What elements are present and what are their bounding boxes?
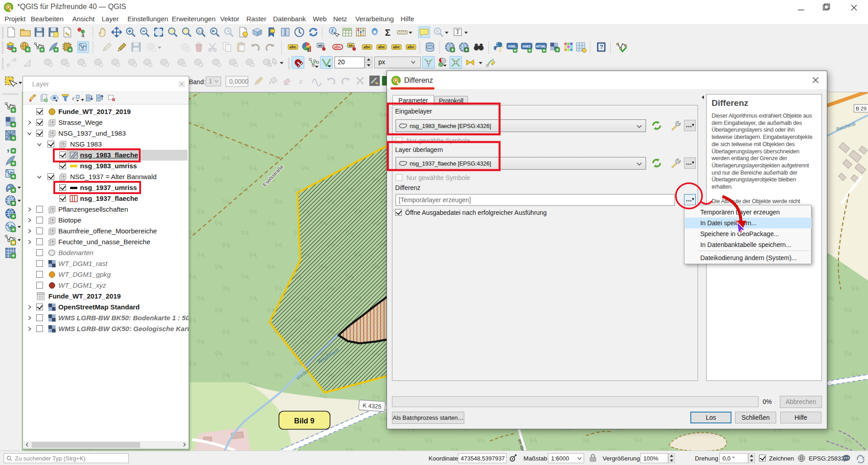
svg-text:HTML: HTML <box>536 44 547 48</box>
svg-text:KML: KML <box>508 44 516 48</box>
svg-text:abc: abc <box>378 45 385 49</box>
svg-text:B 29: B 29 <box>856 106 867 111</box>
svg-text:abc: abc <box>407 45 415 49</box>
svg-text:T: T <box>456 28 460 35</box>
svg-text:1:1: 1:1 <box>198 29 203 33</box>
svg-text:ab: ab <box>349 43 353 47</box>
svg-text:ε: ε <box>299 76 302 85</box>
svg-text:K 4325: K 4325 <box>363 402 382 410</box>
svg-text:Bild 9: Bild 9 <box>294 417 315 425</box>
svg-text:Σ: Σ <box>385 27 390 38</box>
svg-text:,: , <box>7 142 9 153</box>
svg-text:abc: abc <box>363 45 371 49</box>
svg-text:a: a <box>81 32 85 38</box>
svg-text:abc: abc <box>393 45 400 49</box>
svg-text:KMZ: KMZ <box>523 44 531 48</box>
svg-text:abc: abc <box>334 45 341 49</box>
svg-text:ab: ab <box>318 43 323 47</box>
svg-text:abc: abc <box>289 45 297 49</box>
svg-text:ε: ε <box>72 95 75 101</box>
svg-text:?: ? <box>600 44 603 50</box>
